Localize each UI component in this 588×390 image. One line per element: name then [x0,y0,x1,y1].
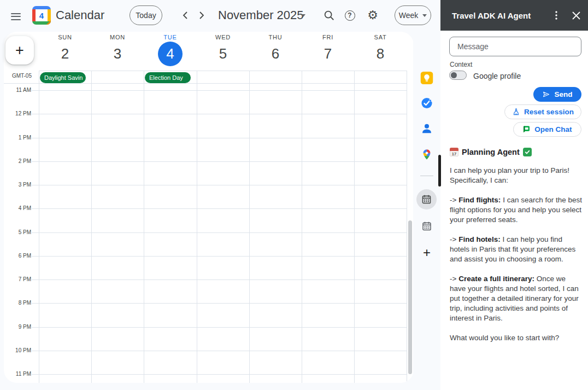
day-header-fri[interactable]: FRI7 [302,34,354,66]
panel-scrollbar[interactable] [438,155,441,187]
view-selector-label: Week [399,11,419,20]
reset-session-button[interactable]: Reset session [504,104,581,119]
day-number[interactable]: 7 [316,42,340,66]
month-dropdown-icon[interactable] [301,14,305,17]
hour-label: 1 PM [6,135,31,141]
open-chat-button[interactable]: Open Chat [513,122,581,137]
week-grid: GMT-05 11 AM12 PM1 PM2 PM3 PM4 PM5 PM6 P… [4,32,414,383]
get-addons-icon[interactable]: + [423,246,431,259]
grid-hline [32,280,407,280]
day-header-thu[interactable]: THU6 [249,34,302,66]
grid-hline [32,161,407,162]
grid-vline [39,71,39,383]
calendar-panel-active-icon[interactable] [416,189,437,209]
grid-hline [32,351,407,351]
grid-vline [144,71,144,383]
agent-message: 17 Planning Agent I can help you plan yo… [450,148,583,353]
day-header-sat[interactable]: SAT8 [354,34,407,66]
grid-hline [32,90,407,91]
check-mark-emoji [523,148,532,156]
hour-label: 3 PM [6,182,31,188]
panel-header: Travel ADK AI Agent [440,0,588,31]
google-chat-icon [522,125,531,133]
settings-gear-icon[interactable]: ⚙ [366,9,379,22]
grid-vline [302,71,302,383]
message-paragraph: -> Find hotels: I can help you find hote… [450,235,583,264]
day-name-label: THU [249,34,302,40]
main-menu-icon[interactable] [9,9,22,22]
all-day-event[interactable]: Election Day [145,72,191,83]
agent-message-title-row: 17 Planning Agent [450,148,583,156]
day-number[interactable]: 2 [53,42,78,66]
grid-hline [32,232,407,233]
all-day-event[interactable]: Daylight Savin [40,72,86,83]
google-profile-label: Google profile [473,72,521,80]
panel-menu-icon[interactable] [549,8,564,23]
send-button[interactable]: Send [533,87,581,102]
next-week-icon[interactable] [196,10,207,21]
message-input[interactable] [449,37,581,56]
day-name-label: SUN [39,34,91,40]
grid-vline [354,71,355,383]
create-event-button[interactable]: + [5,36,34,65]
app-title: Calendar [56,8,104,22]
previous-week-icon[interactable] [180,10,191,21]
day-header-wed[interactable]: WED5 [197,34,249,66]
calendar-scrollbar-thumb[interactable] [408,220,412,374]
google-profile-toggle[interactable] [449,71,467,80]
grid-hline [4,83,407,84]
grid-vline [197,71,197,383]
calendar-logo-date: 4 [36,9,48,21]
view-dropdown-icon [422,14,427,17]
panel-title: Travel ADK AI Agent [452,11,549,20]
hour-label: 9 PM [6,324,31,330]
agent-message-paragraphs: I can help you plan your trip to Paris! … [450,166,583,343]
day-header-mon[interactable]: MON3 [91,34,144,66]
grid-vline [249,71,250,383]
grid-hline [32,208,407,209]
hour-label: 2 PM [6,158,31,165]
send-icon [542,90,550,98]
contacts-icon[interactable] [421,122,433,135]
message-paragraph: -> Find flights: I can search for the be… [450,195,583,225]
day-number[interactable]: 3 [105,42,130,66]
travel-agent-panel: Travel ADK AI Agent Context Google profi… [440,0,588,390]
day-number[interactable]: 8 [368,42,393,66]
agent-name: Planning Agent [462,148,520,156]
grid-hline [32,374,407,375]
strip-divider [420,176,433,176]
message-paragraph: I can help you plan your trip to Paris! … [450,166,583,185]
view-selector-button[interactable]: Week [395,5,431,25]
grid-vline [407,71,407,383]
tasks-icon[interactable] [421,97,433,109]
help-icon[interactable]: ? [343,9,356,22]
context-label: Context [450,61,472,68]
day-name-label: MON [91,34,144,40]
broom-icon [512,108,520,116]
message-paragraph: What would you like to start with? [450,333,583,343]
day-header-tue[interactable]: TUE4 [144,34,197,66]
day-name-label: SAT [354,34,407,40]
grid-hline [39,71,407,71]
search-icon[interactable] [322,9,336,22]
hour-label: 5 PM [6,229,31,236]
hour-label: 8 PM [6,300,31,306]
calendar-secondary-icon[interactable] [421,220,433,232]
calendar-logo: 4 [32,6,51,25]
timezone-label: GMT-05 [12,73,32,79]
keep-icon[interactable] [421,72,433,84]
today-button[interactable]: Today [130,5,162,25]
panel-close-icon[interactable] [568,8,584,23]
day-number[interactable]: 4 [158,42,183,66]
day-number[interactable]: 5 [211,42,236,66]
day-name-label: FRI [302,34,354,40]
side-panel-icon-strip: + [413,31,440,390]
maps-icon[interactable] [421,149,433,160]
day-number[interactable]: 6 [263,42,288,66]
day-header-sun[interactable]: SUN2 [39,34,91,66]
month-label[interactable]: November 2025 [218,8,304,22]
grid-hline [32,114,407,114]
hour-label: 10 PM [6,347,31,354]
grid-hline [32,303,407,304]
hour-label: 4 PM [6,205,31,212]
